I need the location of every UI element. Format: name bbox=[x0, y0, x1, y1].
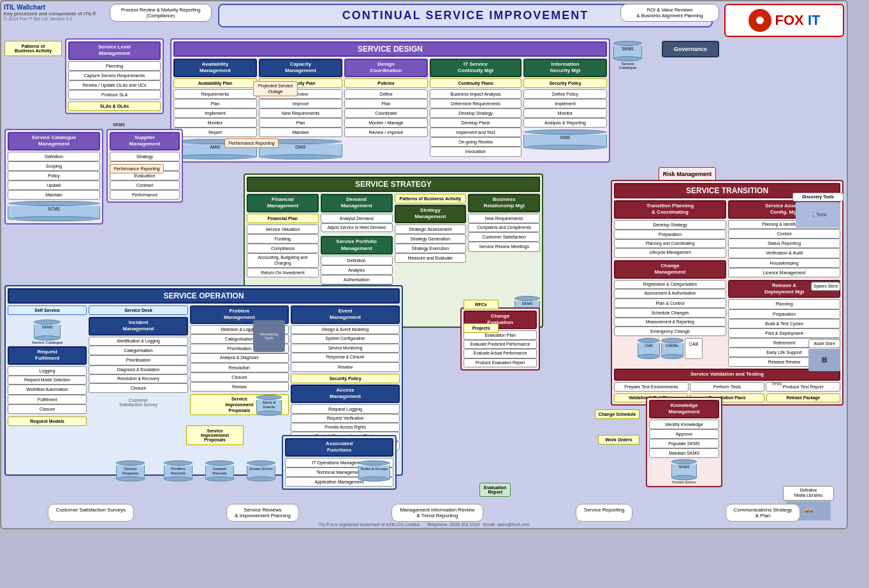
customer-sat-survey: CustomerSatisfaction Survey bbox=[89, 398, 187, 407]
rf-fulfilment: Fulfilment bbox=[8, 395, 87, 404]
sac-hk: Housekeeping bbox=[728, 258, 840, 268]
footer-legal: ITIL® is a registered trademark of AXELO… bbox=[318, 522, 530, 527]
scms-db: SCMS bbox=[8, 201, 100, 221]
information-security: InformationSecurity Mgt Security Policy … bbox=[523, 59, 607, 159]
tp-dev-strat: Develop Strategy bbox=[614, 220, 726, 230]
tp-lifecycle: Lifecycle Management bbox=[614, 248, 726, 257]
design-coordination: DesignCoordination Policies Define Plan … bbox=[344, 59, 428, 159]
cm-plan: Plan & Control bbox=[614, 298, 726, 308]
design-coord-title: DesignCoordination bbox=[344, 59, 428, 77]
rf-workflow: Workflow Automation bbox=[8, 385, 87, 394]
am-req-log: Request Logging bbox=[291, 404, 400, 414]
bottom-label-1: Customer Satisfaction Surveys bbox=[48, 504, 134, 522]
discovery-tools: Discovery Tools 🔍 Tools bbox=[792, 193, 843, 228]
demand-portfolio: DemandManagement Analyse Demand Adjust S… bbox=[321, 194, 393, 294]
perf-reporting-1: Performance Reporting bbox=[110, 164, 164, 173]
brm-new-req: New Requirements bbox=[468, 214, 540, 223]
cm-emergency: Emergency Change bbox=[614, 327, 726, 336]
service-requests-db: Service Requests bbox=[116, 460, 145, 481]
cap-maintain: Maintain bbox=[259, 128, 342, 137]
knowledge-management: KnowledgeManagement Identify Knowledge A… bbox=[646, 397, 722, 487]
known-errors-db: Known Errors bbox=[247, 460, 275, 481]
scm-scoping: Scoping bbox=[8, 161, 100, 171]
spare-store: Spares Store bbox=[811, 282, 840, 291]
supp-perf: Performance bbox=[110, 190, 180, 200]
projected-outage-tag: Projected Service Outage bbox=[253, 81, 298, 96]
rdm-prep: Preparation bbox=[728, 309, 840, 319]
it-text: IT bbox=[808, 12, 821, 28]
itsc-dev-plans: Develop Plans bbox=[430, 118, 522, 128]
work-orders-tag: Work Orders bbox=[598, 435, 639, 445]
roles-groups-db: Roles & Groups bbox=[358, 460, 390, 481]
bottom-label-5: Communications Strategy& Plan bbox=[726, 504, 801, 522]
avail-monitor: Monitor bbox=[173, 118, 257, 128]
em-svc-mon: Service Monitoring bbox=[291, 344, 400, 353]
spm-analysis: Analysis bbox=[321, 265, 393, 275]
svt-title: Service Validation and Testing bbox=[614, 369, 840, 380]
pm-review: Review bbox=[190, 382, 289, 392]
sac-licence: Licence Management bbox=[728, 268, 840, 277]
ce-pred-perf: Evaluate Predicted Performance bbox=[464, 340, 537, 349]
so-skms-db: SKMS Service Catalogue bbox=[8, 320, 87, 344]
scm-definition: Definition bbox=[8, 152, 100, 161]
perf-reporting-2: Performance Reporting bbox=[224, 138, 279, 148]
slm-title: Service LevelManagement bbox=[68, 41, 161, 60]
itsc-invoc: Invocation bbox=[430, 147, 522, 156]
cap-plan: Plan bbox=[259, 118, 342, 128]
brm-cust-sat: Customer Satisfaction bbox=[468, 232, 540, 242]
slm-capture: Capture Service Requirements bbox=[68, 71, 161, 80]
itsc-bia: Business Impact Analysis bbox=[430, 89, 522, 99]
fox-text: FOX bbox=[775, 12, 804, 28]
slm-planning: Planning bbox=[68, 61, 161, 71]
slas-olas-tag: SLAs & OLAs bbox=[68, 101, 161, 111]
cmdbs-db: CMDBs bbox=[661, 338, 683, 359]
im-diag: Diagnosis & Escalation bbox=[89, 365, 187, 374]
patterns-biz-strat-tag: Patterns of Business Activity bbox=[395, 194, 467, 203]
trans-plan-title: Transition Planning& Coordinating bbox=[614, 200, 726, 219]
im-id-log: Identification & Logging bbox=[89, 337, 187, 346]
infosec-monitor: Monitor bbox=[523, 108, 607, 118]
cm-measure: Measurement & Reporting bbox=[614, 318, 726, 327]
infosec-analysis: Analysis & Reporting bbox=[523, 118, 607, 128]
strat-mgt-title: StrategyManagement bbox=[395, 205, 467, 223]
itsc-impl-test: Implement and Test bbox=[430, 128, 522, 137]
am-req-ver: Request Verification bbox=[291, 414, 400, 423]
itsc-dev-strat: Develop Strategy bbox=[430, 108, 522, 118]
cm-reg: Registration & Categorisation bbox=[614, 280, 726, 289]
skms-label-slm: SKMS bbox=[113, 122, 125, 127]
rdm-build: Build & Test Cycles bbox=[728, 319, 840, 328]
svt-area: Service Validation and Testing Prepare T… bbox=[614, 369, 840, 391]
cm-schedule: Schedule Changes bbox=[614, 308, 726, 318]
strat-strategic: Strategic Assessment bbox=[395, 224, 467, 234]
request-models-tag: Request Models bbox=[8, 416, 87, 426]
supp-contract: Contract bbox=[110, 180, 180, 190]
supp-mgt-title: SupplierManagement bbox=[110, 132, 180, 151]
cap-improve: Improve bbox=[259, 99, 342, 108]
cms-area: CMS CMDBs CAB bbox=[614, 338, 726, 359]
change-mgt-title: ChangeManagement bbox=[614, 260, 726, 279]
cms-db: CMS bbox=[638, 338, 660, 359]
km-skms-db: SKMS Known Errors bbox=[649, 459, 719, 484]
continuity-plans-tag: Continuity Plans bbox=[430, 78, 522, 88]
service-design-title: SERVICE DESIGN bbox=[173, 41, 607, 57]
em-sys-config: System Configuration bbox=[291, 334, 400, 343]
security-policy-tag-design: Security Policy bbox=[523, 78, 607, 88]
strategy-management: Patterns of Business Activity StrategyMa… bbox=[395, 194, 467, 294]
fin-valuation: Service Valuation bbox=[247, 224, 319, 234]
infosec-impl: Implement bbox=[523, 99, 607, 108]
projects-tag: Projects bbox=[464, 323, 499, 333]
ce-act-perf: Evaluate Actual Performance bbox=[464, 349, 537, 358]
governance-box: Governance bbox=[662, 41, 719, 57]
am-access: Provide Access Rights bbox=[291, 423, 400, 432]
business-relationship-mgt: BusinessRelationship Mgt New Requirement… bbox=[468, 194, 540, 294]
em-review: Review bbox=[291, 362, 400, 372]
brm-complaints: Complaints and Compliments bbox=[468, 223, 540, 232]
foxit-logo: FOX IT bbox=[724, 4, 844, 37]
bottom-label-3: Management Information Review& Trend Rep… bbox=[391, 504, 483, 522]
itil-subtitle: Key processes and components of ITIL® bbox=[4, 11, 103, 17]
isms-db: ISMS bbox=[523, 129, 607, 150]
itil-wallchart: ITIL Wallchart Key processes and compone… bbox=[0, 0, 848, 529]
spm-auth: Authorisation bbox=[321, 275, 393, 284]
itil-title: ITIL Wallchart bbox=[4, 4, 103, 11]
strat-generation: Strategy Generation bbox=[395, 234, 467, 244]
